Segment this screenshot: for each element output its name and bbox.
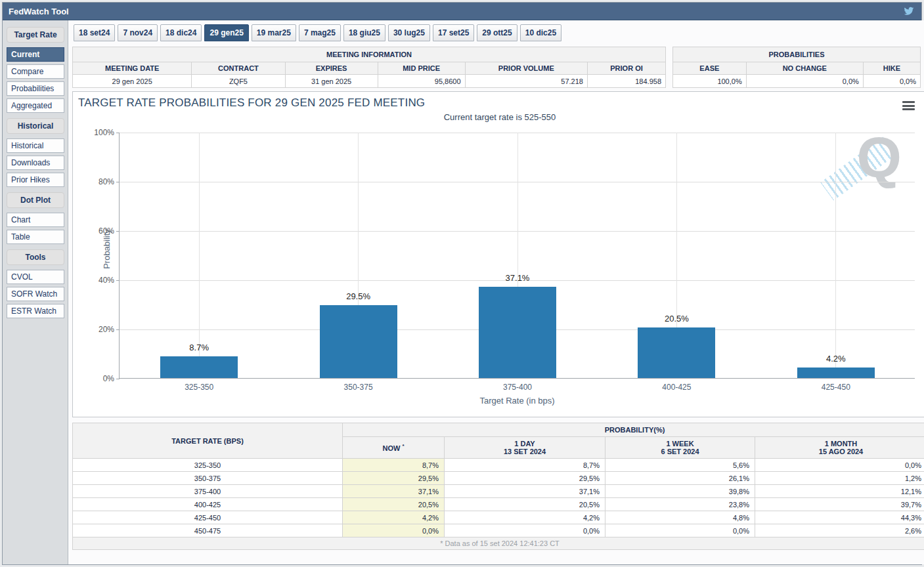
tab-19-mar25[interactable]: 19 mar25: [252, 24, 296, 41]
cell-1-month: 0,0%: [755, 459, 924, 472]
meeting-info-col-prior-oi: PRIOR OI: [587, 62, 665, 75]
tab-29-ott25[interactable]: 29 ott25: [477, 24, 517, 41]
col-label-line2: 13 SET 2024: [449, 448, 601, 455]
tab-30-lug25[interactable]: 30 lug25: [388, 24, 430, 41]
sidebar-item-cvol[interactable]: CVOL: [7, 270, 64, 284]
y-tick-mark: [116, 231, 120, 232]
prob-summary-value-row: 100,0%0,0%0,0%: [673, 75, 921, 88]
cell-now: 20,5%: [343, 498, 445, 511]
cell-1-day: 29,5%: [445, 472, 605, 485]
meeting-information-table: MEETING INFORMATIONMEETING DATECONTRACTE…: [72, 47, 666, 88]
sidebar-item-table[interactable]: Table: [7, 230, 64, 244]
prob-summary-value-ease: 100,0%: [673, 75, 747, 88]
y-tick-label: 100%: [94, 128, 114, 137]
meeting-info-col-meeting-date: MEETING DATE: [73, 62, 192, 75]
probability-detail-table: TARGET RATE (BPS)PROBABILITY(%)NOW *1 DA…: [72, 423, 924, 550]
sidebar-item-aggregated[interactable]: Aggregated: [7, 98, 64, 113]
cell-1-day: 20,5%: [445, 498, 605, 511]
table-row-375-400: 375-40037,1%37,1%39,8%12,1%: [73, 485, 924, 498]
meeting-info-col-mid-price: MID PRICE: [378, 62, 465, 75]
probabilities-summary-table: PROBABILITIESEASENO CHANGEHIKE100,0%0,0%…: [672, 47, 921, 88]
y-tick-mark: [116, 182, 120, 182]
sidebar-group-header-target-rate: Target Rate: [7, 27, 64, 43]
x-axis-title: Target Rate (in bps): [120, 396, 915, 406]
cell-1-month: 12,1%: [755, 485, 924, 498]
sidebar-group-header-tools: Tools: [7, 249, 64, 265]
y-tick-label: 0%: [103, 374, 114, 383]
cell-1-month: 1,2%: [755, 472, 924, 485]
bar-400-425[interactable]: [638, 327, 715, 378]
y-tick-mark: [116, 329, 120, 330]
tab-17-set25[interactable]: 17 set25: [433, 24, 474, 41]
y-tick-label: 80%: [99, 177, 114, 186]
cell-rate: 400-425: [73, 498, 343, 511]
sidebar-item-downloads[interactable]: Downloads: [7, 156, 64, 170]
cell-now: 4,2%: [343, 511, 445, 524]
y-tick-label: 40%: [99, 276, 114, 285]
tab-29-gen25[interactable]: 29 gen25: [204, 24, 248, 41]
chart-plot-area: Probability Q Target Rate (in bps) 0%20%…: [119, 133, 915, 379]
sidebar-item-compare[interactable]: Compare: [7, 64, 64, 79]
x-tick-label-425-450: 425-450: [822, 383, 850, 392]
sidebar-item-estr-watch[interactable]: ESTR Watch: [7, 304, 64, 318]
y-tick-mark: [116, 280, 120, 281]
meeting-info-value-contract: ZQF5: [192, 75, 285, 88]
col-1-week: 1 WEEK6 SET 2024: [605, 437, 755, 459]
chart-menu-icon[interactable]: [902, 101, 915, 110]
tab-7-mag25[interactable]: 7 mag25: [299, 24, 341, 41]
cell-1-month: 2,6%: [755, 524, 924, 537]
prob-summary-value-hike: 0,0%: [863, 75, 920, 88]
sidebar-item-historical[interactable]: Historical: [7, 138, 64, 153]
col-1-day: 1 DAY13 SET 2024: [445, 437, 605, 459]
tab-18-giu25[interactable]: 18 giu25: [343, 24, 385, 41]
sidebar-group-header-dot-plot: Dot Plot: [7, 192, 64, 208]
meeting-tabs: 18 set247 nov2418 dic2429 gen2519 mar257…: [72, 20, 924, 44]
tab-18-dic24[interactable]: 18 dic24: [160, 24, 202, 41]
col-1-month: 1 MONTH15 AGO 2024: [755, 437, 924, 459]
sidebar-item-current[interactable]: Current: [7, 47, 64, 62]
sidebar-item-probabilities[interactable]: Probabilities: [7, 81, 64, 96]
meeting-info-title: MEETING INFORMATION: [73, 47, 666, 62]
chart-subtitle: Current target rate is 525-550: [78, 112, 921, 122]
cell-now: 0,0%: [343, 524, 445, 537]
bar-value-label: 37.1%: [506, 273, 530, 283]
bar-350-375[interactable]: [320, 305, 397, 378]
sidebar-item-prior-hikes[interactable]: Prior Hikes: [7, 173, 64, 187]
chart-title: TARGET RATE PROBABILITIES FOR 29 GEN 202…: [78, 96, 921, 110]
col-label-line1: 1 DAY: [449, 440, 601, 448]
tab-10-dic25[interactable]: 10 dic25: [520, 24, 561, 41]
watermark-q-letter: Q: [857, 129, 902, 186]
x-tick-label-325-350: 325-350: [185, 383, 213, 392]
meeting-info-value-prior-volume: 57.218: [465, 75, 587, 88]
watermark-stripes: [820, 137, 896, 201]
cell-now: 29,5%: [343, 472, 445, 485]
bar-value-label: 29.5%: [346, 291, 370, 301]
meeting-info-value-prior-oi: 184.958: [587, 75, 665, 88]
cell-rate: 350-375: [73, 472, 343, 485]
sidebar-item-sofr-watch[interactable]: SOFR Watch: [7, 287, 64, 301]
table-row-350-375: 350-37529,5%29,5%26,1%1,2%: [73, 472, 924, 485]
table-row-425-450: 425-4504,2%4,2%4,8%44,3%: [73, 511, 924, 524]
meeting-info-value-expires: 31 gen 2025: [285, 75, 378, 88]
sidebar-item-chart[interactable]: Chart: [7, 213, 64, 227]
bar-425-450[interactable]: [797, 368, 875, 378]
prob-summary-col-ease: EASE: [673, 62, 747, 75]
data-as-of-footnote: * Data as of 15 set 2024 12:41:23 CT: [73, 537, 924, 550]
bar-325-350[interactable]: [160, 356, 238, 378]
tab-18-set24[interactable]: 18 set24: [74, 24, 115, 41]
cell-1-week: 4,8%: [605, 511, 755, 524]
bar-value-label: 20.5%: [665, 314, 689, 324]
meeting-info-header-row: MEETING DATECONTRACTEXPIRESMID PRICEPRIO…: [73, 62, 666, 75]
cell-rate: 375-400: [73, 485, 343, 498]
bar-375-400[interactable]: [479, 287, 556, 378]
tab-7-nov24[interactable]: 7 nov24: [118, 24, 158, 41]
app-title: FedWatch Tool: [9, 7, 69, 16]
y-tick-mark: [116, 133, 120, 133]
bar-value-label: 8.7%: [189, 343, 209, 352]
title-bar: FedWatch Tool: [3, 3, 921, 20]
cell-1-week: 23,8%: [605, 498, 755, 511]
twitter-icon[interactable]: [903, 6, 915, 16]
cell-1-week: 39,8%: [605, 485, 755, 498]
cell-1-month: 44,3%: [755, 511, 924, 524]
x-tick-label-375-400: 375-400: [503, 383, 532, 392]
